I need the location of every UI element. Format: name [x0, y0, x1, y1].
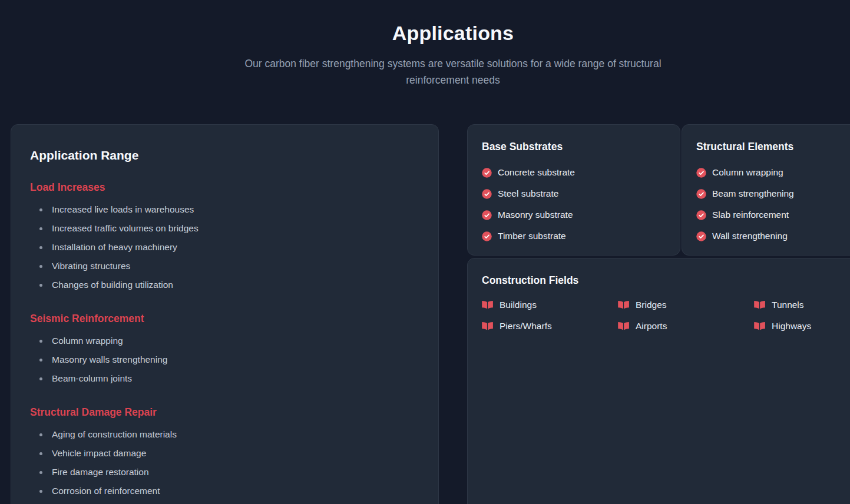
check-item-label: Timber substrate	[498, 231, 566, 241]
check-item: Column wrapping	[696, 162, 850, 183]
check-item-label: Steel substrate	[498, 188, 558, 199]
construction-field-item: Tunnels	[754, 294, 850, 316]
base-substrates-card: Base Substrates Concrete substrate	[467, 124, 680, 256]
range-list-item: Vehicle impact damage	[30, 444, 419, 463]
construction-field-item: Buildings	[482, 294, 618, 316]
check-circle-icon	[696, 210, 706, 220]
range-section-heading: Load Increases	[30, 181, 419, 194]
application-range-section: Seismic Reinforcement Column wrapping Ma…	[30, 312, 419, 388]
book-open-icon	[754, 300, 765, 310]
check-circle-icon	[482, 231, 492, 241]
range-section-list: Increased live loads in warehouses Incre…	[30, 200, 419, 294]
range-list-item: Masonry walls strengthening	[30, 350, 419, 369]
check-circle-icon	[696, 189, 706, 199]
range-list-item: Beam-column joints	[30, 369, 419, 388]
construction-field-item: Piers/Wharfs	[482, 316, 618, 337]
construction-field-label: Piers/Wharfs	[500, 321, 552, 331]
section-header: Applications Our carbon fiber strengthen…	[11, 0, 850, 88]
construction-field-label: Bridges	[636, 300, 667, 310]
structural-elements-list: Column wrapping Beam strengthening	[696, 162, 850, 247]
base-substrates-list: Concrete substrate Steel substrate	[482, 162, 666, 247]
check-item: Concrete substrate	[482, 162, 666, 183]
book-open-icon	[618, 300, 629, 310]
application-range-section: Structural Damage Repair Aging of constr…	[30, 406, 419, 500]
check-item-label: Beam strengthening	[712, 188, 794, 199]
range-list-item: Column wrapping	[30, 331, 419, 350]
application-range-card: Application Range Load Increases Increas…	[11, 124, 439, 504]
range-section-heading: Structural Damage Repair	[30, 406, 419, 419]
construction-field-item: Highways	[754, 316, 850, 337]
check-item-label: Masonry substrate	[498, 210, 573, 220]
check-circle-icon	[482, 210, 492, 220]
structural-elements-card: Structural Elements Column wrapping	[682, 124, 850, 256]
check-item: Masonry substrate	[482, 204, 666, 226]
book-open-icon	[482, 321, 493, 331]
check-item: Steel substrate	[482, 183, 666, 204]
content-grid: Application Range Load Increases Increas…	[11, 124, 850, 504]
check-item: Wall strengthening	[696, 226, 850, 247]
check-item: Beam strengthening	[696, 183, 850, 204]
construction-field-label: Buildings	[500, 300, 537, 310]
application-range-section: Load Increases Increased live loads in w…	[30, 181, 419, 294]
check-item: Slab reinforcement	[696, 204, 850, 226]
construction-fields-card: Construction Fields Buildings	[467, 258, 850, 504]
range-list-item: Fire damage restoration	[30, 463, 419, 482]
range-list-item: Vibrating structures	[30, 257, 419, 276]
book-open-icon	[754, 321, 765, 331]
check-item-label: Column wrapping	[712, 167, 783, 178]
check-circle-icon	[696, 168, 706, 178]
right-column: Base Substrates Concrete substrate	[467, 124, 850, 504]
check-circle-icon	[482, 168, 492, 178]
page-title: Applications	[11, 20, 850, 46]
check-item-label: Slab reinforcement	[712, 210, 789, 220]
range-list-item: Changes of building utilization	[30, 276, 419, 294]
book-open-icon	[482, 300, 493, 310]
range-list-item: Aging of construction materials	[30, 425, 419, 444]
check-circle-icon	[482, 189, 492, 199]
range-list-item: Increased live loads in warehouses	[30, 200, 419, 219]
construction-field-label: Highways	[772, 321, 811, 331]
range-section-heading: Seismic Reinforcement	[30, 312, 419, 326]
structural-elements-title: Structural Elements	[696, 140, 850, 154]
book-open-icon	[618, 321, 629, 331]
range-list-item: Increased traffic volumes on bridges	[30, 219, 419, 238]
check-item: Timber substrate	[482, 226, 666, 247]
construction-fields-grid: Buildings Bridges	[482, 294, 850, 337]
check-item-label: Concrete substrate	[498, 167, 575, 178]
construction-field-label: Tunnels	[772, 300, 804, 310]
application-range-sections: Load Increases Increased live loads in w…	[30, 181, 419, 500]
construction-field-label: Airports	[636, 321, 667, 331]
base-substrates-title: Base Substrates	[482, 140, 666, 154]
page-subtitle: Our carbon fiber strengthening systems a…	[234, 55, 673, 88]
construction-field-item: Bridges	[618, 294, 754, 316]
range-list-item: Corrosion of reinforcement	[30, 482, 419, 500]
construction-field-item: Airports	[618, 316, 754, 337]
range-section-list: Column wrapping Masonry walls strengthen…	[30, 331, 419, 388]
applications-section: Applications Our carbon fiber strengthen…	[11, 0, 850, 504]
application-range-title: Application Range	[30, 147, 419, 163]
construction-fields-title: Construction Fields	[482, 274, 850, 287]
range-list-item: Installation of heavy machinery	[30, 238, 419, 257]
check-circle-icon	[696, 231, 706, 241]
check-item-label: Wall strengthening	[712, 231, 788, 241]
range-section-list: Aging of construction materials Vehicle …	[30, 425, 419, 500]
substrates-elements-row: Base Substrates Concrete substrate	[467, 124, 850, 256]
